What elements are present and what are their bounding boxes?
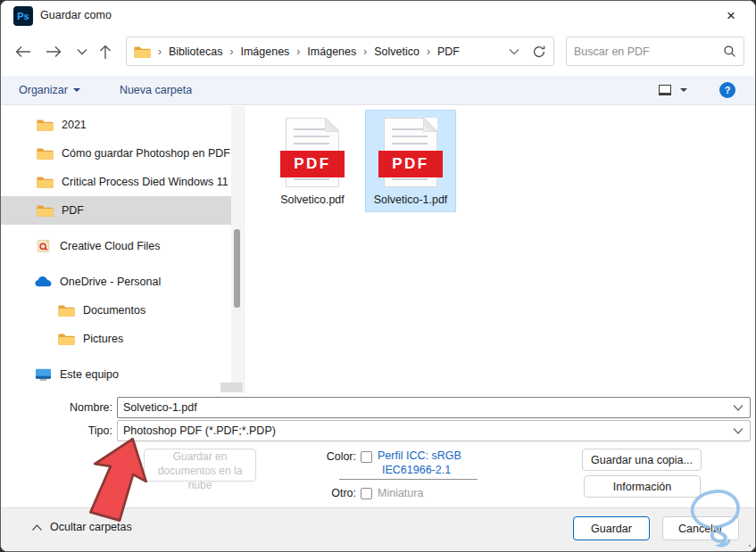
arrow-up-icon (99, 45, 112, 60)
sidebar-item-label: Critical Process Died Windows 11 No A (62, 176, 231, 188)
filename-dropdown-icon[interactable] (732, 404, 744, 412)
breadcrumb-separator: › (358, 45, 372, 58)
breadcrumb-item: › Imágenes (224, 45, 291, 58)
save-as-dialog: Ps Guardar como × › Bibliotecas (0, 0, 756, 552)
window-title: Guardar como (40, 9, 112, 21)
tree-expander-icon[interactable] (37, 303, 58, 317)
sidebar-item[interactable]: Documentos (1, 296, 231, 325)
up-button[interactable] (92, 38, 119, 65)
navigation-bar: › Bibliotecas › Imágenes › Imágenes (1, 37, 755, 69)
dropdown-caret-icon (73, 88, 80, 92)
breadcrumb-separator: › (153, 45, 167, 58)
filename-input[interactable] (118, 401, 732, 414)
pdf-file-icon: PDF (384, 118, 437, 187)
sidebar-item-label: OneDrive - Personal (60, 276, 161, 288)
breadcrumb-link[interactable]: Solvetico (372, 45, 421, 58)
tree-expander-icon[interactable] (37, 332, 58, 346)
sidebar-item[interactable]: Critical Process Died Windows 11 No A (1, 168, 231, 196)
save-to-cloud-button[interactable]: Guardar en documentos en la nube (144, 449, 256, 482)
chevron-up-icon (31, 523, 43, 531)
sidebar-item[interactable]: OneDrive - Personal (1, 268, 231, 296)
sidebar-item-label: 2021 (62, 119, 87, 131)
cancel-button[interactable]: Cancelar (662, 516, 739, 540)
file-type-value: Photoshop PDF (*.PDF;*.PDP) (118, 424, 276, 437)
view-mode-icon[interactable] (659, 85, 671, 95)
breadcrumb-separator: › (291, 45, 305, 58)
name-field-label: Nombre: (1, 401, 112, 414)
file-tile[interactable]: PDF Solvetico-1.pdf (365, 110, 456, 212)
footer-bar: Ocultar carpetas Guardar Cancelar (1, 507, 755, 551)
organize-label: Organizar (19, 84, 68, 96)
page-fold-icon (423, 118, 437, 132)
sidebar-item[interactable]: PDF (1, 196, 231, 225)
pdf-badge: PDF (280, 151, 345, 177)
breadcrumb-separator: › (224, 45, 238, 58)
breadcrumb-link[interactable]: PDF (436, 45, 461, 58)
hide-folders-button[interactable]: Ocultar carpetas (31, 521, 132, 533)
breadcrumb: › Bibliotecas › Imágenes › Imágenes (126, 37, 554, 66)
thumbnail-label: Miniatura (378, 487, 423, 499)
other-label: Otro: (270, 487, 356, 499)
sidebar-scrollbar[interactable] (231, 106, 243, 383)
resize-grip[interactable] (749, 545, 751, 547)
tree-item-icon (37, 146, 54, 161)
type-field-label: Tipo: (1, 424, 112, 437)
close-button[interactable]: × (719, 5, 743, 27)
search-box (566, 37, 744, 66)
command-bar: Organizar Nueva carpeta ? (1, 76, 755, 105)
sidebar-item[interactable]: Cómo guardar Photoshop en PDF (1, 139, 231, 168)
file-list: PDF Solvetico.pdf PDF Solvetico-1.pdf (245, 110, 755, 393)
type-dropdown-icon (732, 427, 744, 435)
tree-item-icon (35, 275, 52, 289)
help-button[interactable]: ? (719, 82, 735, 98)
pdf-file-icon: PDF (286, 118, 339, 187)
sidebar-item-label: Documentos (83, 304, 145, 317)
tree-item-icon (37, 203, 54, 218)
sidebar-item-label: Creative Cloud Files (60, 240, 161, 252)
options-divider (339, 479, 478, 480)
organize-button[interactable]: Organizar (19, 84, 80, 96)
pdf-badge: PDF (378, 151, 443, 177)
back-button[interactable] (10, 38, 37, 65)
sidebar-item-label: Este equipo (60, 368, 119, 381)
breadcrumb-link[interactable]: Bibliotecas (167, 45, 224, 58)
breadcrumb-item: › Bibliotecas (153, 45, 224, 58)
file-tile[interactable]: PDF Solvetico.pdf (267, 110, 358, 212)
sidebar-scrollbar-thumb[interactable] (234, 229, 240, 308)
color-label: Color: (270, 450, 356, 463)
breadcrumb-item: › Imágenes (291, 45, 358, 58)
address-dropdown-icon[interactable] (509, 48, 519, 55)
view-dropdown-caret-icon[interactable] (680, 88, 687, 92)
file-name: Solvetico-1.pdf (370, 194, 452, 206)
tree-item-icon (35, 367, 52, 382)
information-button[interactable]: Información (584, 475, 701, 498)
tree-expander-icon[interactable] (13, 275, 35, 289)
forward-button[interactable] (40, 38, 67, 65)
chevron-down-icon (77, 48, 87, 55)
sidebar-item[interactable]: Pictures (1, 325, 231, 353)
filename-combobox (117, 397, 751, 418)
new-folder-button[interactable]: Nueva carpeta (120, 84, 192, 96)
scrollbar-corner (220, 383, 243, 392)
sidebar-item-label: PDF (62, 204, 84, 217)
sidebar-item[interactable]: Creative Cloud Files (1, 232, 231, 260)
tree-expander-icon[interactable] (13, 367, 35, 382)
save-button[interactable]: Guardar (573, 516, 650, 540)
icc-profile-checkbox[interactable] (361, 451, 372, 463)
hide-folders-label: Ocultar carpetas (50, 521, 132, 533)
breadcrumb-link[interactable]: Imágenes (238, 45, 291, 58)
title-bar: Ps Guardar como × (1, 1, 755, 31)
save-a-copy-button[interactable]: Guardar una copia... (582, 449, 702, 471)
sidebar-item-label: Pictures (83, 333, 123, 345)
refresh-icon[interactable] (532, 45, 546, 59)
breadcrumb-link[interactable]: Imágenes (305, 45, 358, 58)
sidebar-item[interactable]: 2021 (1, 111, 231, 139)
sidebar-item[interactable]: Este equipo (1, 360, 231, 383)
thumbnail-checkbox[interactable] (361, 488, 372, 499)
search-input[interactable] (574, 45, 723, 58)
breadcrumb-item: › Solvetico (358, 45, 421, 58)
tree-item-icon (35, 239, 52, 253)
file-type-select[interactable]: Photoshop PDF (*.PDF;*.PDP) (117, 420, 751, 441)
tree-expander-icon[interactable] (13, 239, 35, 253)
search-icon (723, 45, 736, 58)
